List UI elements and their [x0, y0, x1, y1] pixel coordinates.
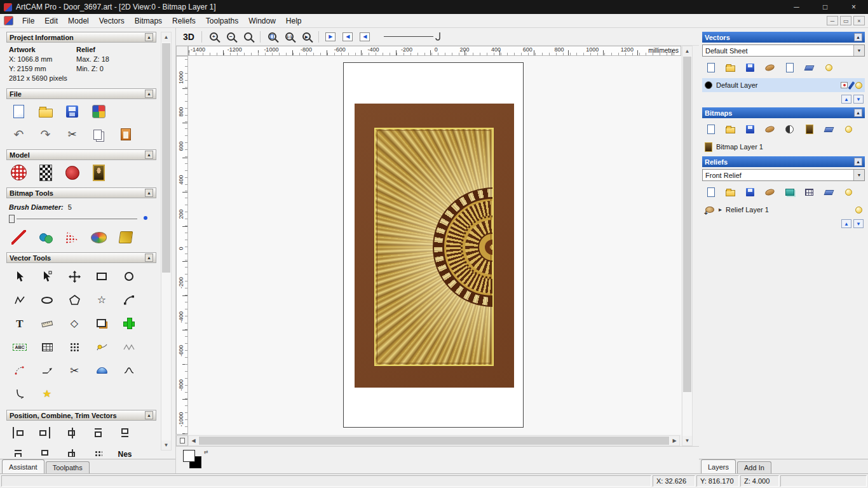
chevron-down-icon[interactable]: ▼ [853, 170, 864, 180]
menu-item[interactable]: Help [281, 14, 307, 27]
new-relief-layer-button[interactable] [704, 186, 717, 199]
zoom-in-button[interactable]: + [207, 30, 221, 44]
flood-fill-button[interactable] [117, 229, 134, 246]
collapse-button[interactable]: ▲ [854, 33, 862, 41]
layer-visibility-bulb-icon[interactable] [855, 207, 862, 214]
greyscale-button[interactable] [803, 123, 816, 136]
decal-layers-button[interactable] [783, 186, 796, 199]
slider-track[interactable] [17, 219, 137, 219]
menu-item[interactable]: File [17, 14, 39, 27]
collapse-button[interactable]: ▲ [145, 151, 153, 159]
scroll-down-button[interactable]: ▼ [682, 436, 692, 445]
move-layer-up-button[interactable]: ▲ [841, 95, 851, 104]
new-vector-layer-button[interactable] [704, 61, 717, 74]
menu-item[interactable]: Model [63, 14, 94, 27]
align-left-button[interactable] [9, 424, 27, 441]
copy-button[interactable] [90, 126, 107, 143]
scatter-copies-button[interactable] [89, 446, 107, 457]
scrollbar-thumb[interactable] [162, 43, 170, 273]
node-editing-button[interactable] [35, 267, 59, 286]
merge-bitmap-layers-button[interactable] [763, 123, 776, 136]
mdi-restore-button[interactable]: ▭ [840, 16, 851, 25]
align-centre-button[interactable] [62, 424, 81, 441]
move-layer-up-button[interactable]: ▲ [841, 219, 851, 228]
offset-vectors-button[interactable] [90, 314, 114, 333]
bitmap-layer-row[interactable]: Bitmap Layer 1 [702, 140, 865, 154]
sheet-selector[interactable]: Default Sheet ▼ [702, 44, 865, 57]
swap-colours-icon[interactable]: ⇄ [204, 449, 208, 455]
undo-button[interactable]: ↶ [10, 126, 27, 143]
nesting-button[interactable]: Nes [116, 446, 134, 457]
zoom-1to1-button[interactable]: 1:1 [282, 30, 297, 44]
layer-colour-swatch[interactable] [705, 81, 712, 89]
snap-toggle-icon[interactable] [841, 82, 848, 88]
spray-paint-button[interactable] [64, 229, 81, 246]
move-layer-down-button[interactable]: ▼ [853, 95, 864, 104]
open-relief-layer-button[interactable] [724, 186, 737, 199]
collapse-button[interactable]: ▲ [145, 90, 153, 98]
collapse-button[interactable]: ▲ [854, 158, 862, 166]
paste-button[interactable] [117, 126, 134, 143]
menu-item[interactable]: Reliefs [167, 14, 201, 27]
primary-colour-swatch[interactable] [183, 450, 195, 462]
layer-visibility-bulb-icon[interactable] [855, 82, 862, 89]
create-rectangle-button[interactable] [90, 267, 114, 286]
transform-relief-button[interactable] [803, 186, 816, 199]
redo-button[interactable]: ↷ [37, 126, 54, 143]
array-copy-button[interactable] [62, 337, 86, 356]
next-view-button[interactable]: ◀ [341, 30, 355, 44]
scroll-up-button[interactable]: ▲ [161, 32, 171, 42]
close-button[interactable]: × [839, 0, 868, 14]
cut-button[interactable]: ✂ [64, 126, 81, 143]
edit-layer-icon[interactable] [848, 81, 855, 90]
import-export-button[interactable] [90, 103, 107, 120]
toggle-all-reliefs-button[interactable] [842, 186, 855, 199]
canvas-vertical-scrollbar[interactable]: ▲ ▼ [682, 46, 693, 446]
create-circle-button[interactable] [117, 267, 141, 286]
assistant-tab[interactable]: Toolpaths [46, 461, 90, 473]
pan-view-button[interactable]: ◀ [358, 30, 372, 44]
open-vector-layer-button[interactable] [724, 61, 737, 74]
delete-relief-layer-button[interactable] [822, 186, 836, 199]
menu-item[interactable]: Vectors [94, 14, 130, 27]
align-top-button[interactable] [89, 424, 107, 441]
merge-relief-layers-button[interactable] [763, 186, 776, 199]
menu-item[interactable]: Bitmaps [130, 14, 167, 27]
fillet-tool-button[interactable] [90, 337, 114, 356]
canvas-horizontal-scrollbar[interactable]: ◀ ▶ [188, 435, 680, 446]
collapse-button[interactable]: ▲ [145, 411, 153, 419]
merge-vector-layers-button[interactable] [763, 61, 776, 74]
slider-handle[interactable] [9, 215, 15, 223]
menu-item[interactable]: Toolpaths [201, 14, 243, 27]
assistant-tab[interactable]: Assistant [2, 459, 44, 473]
contrast-button[interactable] [783, 123, 796, 136]
transform-vectors-button[interactable] [62, 267, 86, 286]
create-star-button[interactable]: ☆ [90, 290, 114, 309]
free-polyline-button[interactable] [117, 337, 141, 356]
vector-layer-row[interactable]: Default Layer [702, 78, 865, 92]
join-vectors-button[interactable] [35, 361, 59, 380]
save-relief-layer-button[interactable] [743, 186, 757, 199]
scroll-up-button[interactable]: ▲ [682, 46, 692, 56]
create-ellipse-button[interactable] [35, 290, 59, 309]
diamond-tool-button[interactable]: ◇ [62, 314, 86, 333]
greyscale-view-button[interactable] [37, 164, 54, 181]
previous-view-button[interactable]: ▶ [323, 30, 338, 44]
brush-diameter-slider[interactable] [9, 214, 154, 224]
chevron-down-icon[interactable]: ▼ [853, 45, 864, 56]
layers-tab[interactable]: Add In [737, 461, 771, 473]
zoom-window-button[interactable] [241, 30, 255, 44]
scroll-down-button[interactable]: ▼ [161, 440, 171, 450]
adjust-model-button[interactable] [10, 164, 27, 181]
menu-item[interactable]: Edit [39, 14, 63, 27]
expander-icon[interactable]: ▸ [719, 207, 722, 213]
load-image-button[interactable] [90, 164, 107, 181]
zoom-out-button[interactable]: − [224, 30, 238, 44]
toggle-3d-view-button[interactable]: 3D [180, 32, 197, 42]
canvas-page[interactable] [343, 62, 524, 428]
delete-bitmap-layer-button[interactable] [822, 123, 836, 136]
stamp-relief-button[interactable] [64, 164, 81, 181]
paint-button[interactable] [10, 229, 27, 246]
group-vectors-button[interactable] [62, 446, 81, 457]
collapse-button[interactable]: ▲ [145, 254, 153, 262]
